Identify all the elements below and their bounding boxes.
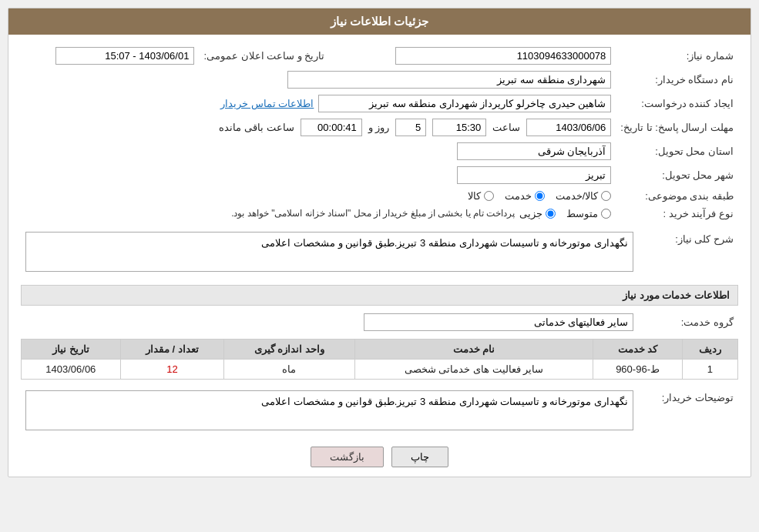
- namdastgah-input[interactable]: [287, 71, 611, 89]
- back-button[interactable]: بازگشت: [311, 447, 384, 467]
- shahr-input[interactable]: [457, 166, 611, 184]
- ijad-input[interactable]: [318, 95, 611, 112]
- namdastgah-label: نام دستگاه خریدار:: [616, 68, 738, 92]
- nooe-farayand-label: نوع فرآیند خرید :: [616, 205, 738, 223]
- col-tedad: تعداد / مقدار: [120, 340, 224, 360]
- button-row: چاپ بازگشت: [21, 447, 738, 467]
- page-title: جزئیات اطلاعات نیاز: [8, 8, 751, 35]
- tabaqe-label: طبقه بندی موضوعی:: [616, 187, 738, 205]
- contact-link[interactable]: اطلاعات تماس خریدار: [220, 98, 314, 109]
- baqi-label: ساعت باقی مانده: [219, 122, 294, 133]
- rooz-input[interactable]: [395, 119, 426, 136]
- tarikh-elaan-input[interactable]: [55, 47, 194, 65]
- radio-mottaset-label: متوسط: [566, 208, 598, 219]
- radio-mottaset[interactable]: متوسط: [566, 208, 611, 219]
- radio-kala[interactable]: کالا: [468, 190, 494, 202]
- col-vahad: واحد اندازه گیری: [224, 340, 355, 360]
- grooh-label: گروه خدمت:: [638, 310, 738, 334]
- radio-kala-label: کالا: [468, 190, 481, 202]
- farayand-note: پرداخت تام یا بخشی از مبلغ خریدار از محل…: [231, 208, 515, 219]
- table-row: 1 ط-96-960 سایر فعالیت های خدماتی شخصی م…: [22, 360, 738, 380]
- services-title: اطلاعات خدمات مورد نیاز: [21, 285, 738, 306]
- radio-kala-khadamat[interactable]: کالا/خدمت: [556, 190, 612, 202]
- cell-tarikh: 1403/06/06: [22, 360, 121, 380]
- radio-khadamat[interactable]: خدمت: [505, 190, 545, 202]
- cell-kod: ط-96-960: [593, 360, 683, 380]
- col-kod: کد خدمت: [593, 340, 683, 360]
- col-radif: ردیف: [682, 340, 737, 360]
- tarikh-input[interactable]: [526, 119, 611, 136]
- cell-nam: سایر فعالیت های خدماتی شخصی: [354, 360, 593, 380]
- tozihat-textarea[interactable]: نگهداری موتورخانه و تاسیسات شهرداری منطق…: [25, 390, 633, 430]
- tozihat-label: توضیحات خریدار:: [638, 387, 738, 436]
- saat-input[interactable]: [432, 119, 486, 136]
- saat-label: ساعت: [492, 122, 520, 133]
- rooz-label: روز و: [368, 122, 390, 133]
- grooh-input[interactable]: [364, 313, 633, 331]
- sharh-textarea[interactable]: نگهداری موتورخانه و تاسیسات شهرداری منطق…: [25, 232, 633, 272]
- ostan-input[interactable]: [457, 142, 611, 160]
- tarikh-elaan-label: تاریخ و ساعت اعلان عمومی:: [199, 44, 329, 68]
- cell-radif: 1: [682, 360, 737, 380]
- ijad-label: ایجاد کننده درخواست:: [616, 92, 738, 115]
- radio-jozi-label: جزیی: [519, 208, 542, 219]
- col-tarikh: تاریخ نیاز: [22, 340, 121, 360]
- shomara-niaz-label: شماره نیاز:: [616, 44, 738, 68]
- radio-jozi[interactable]: جزیی: [519, 208, 556, 219]
- shomara-niaz-input[interactable]: [395, 47, 611, 65]
- radio-kala-khadamat-label: کالا/خدمت: [556, 190, 599, 202]
- ostan-label: استان محل تحویل:: [616, 139, 738, 163]
- radio-khadamat-label: خدمت: [505, 190, 532, 202]
- cell-tedad: 12: [120, 360, 224, 380]
- baqi-input[interactable]: [301, 119, 362, 136]
- print-button[interactable]: چاپ: [391, 447, 448, 467]
- shahr-label: شهر محل تحویل:: [616, 163, 738, 187]
- cell-vahad: ماه: [224, 360, 355, 380]
- sharh-label: شرح کلی نیاز:: [638, 229, 738, 277]
- col-nam: نام خدمت: [354, 340, 593, 360]
- mohlet-label: مهلت ارسال پاسخ: تا تاریخ:: [616, 115, 738, 139]
- services-table: ردیف کد خدمت نام خدمت واحد اندازه گیری ت…: [21, 339, 738, 380]
